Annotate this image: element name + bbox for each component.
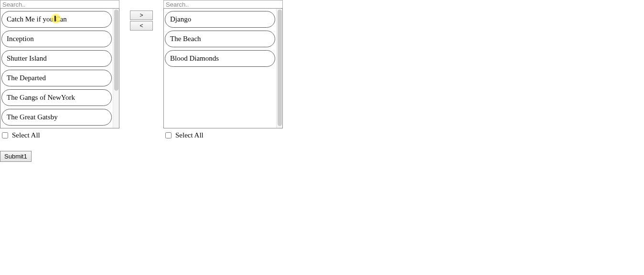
right-list: Django The Beach Blood Diamonds bbox=[164, 9, 276, 128]
list-item[interactable]: Blood Diamonds bbox=[165, 50, 275, 67]
right-scrollbar-thumb[interactable] bbox=[278, 10, 282, 126]
right-panel: Django The Beach Blood Diamonds Select A… bbox=[163, 0, 283, 142]
list-item[interactable]: The Beach bbox=[165, 31, 275, 47]
list-item[interactable]: The Departed bbox=[1, 70, 112, 86]
list-item-label: The Gangs of NewYork bbox=[7, 94, 75, 101]
right-select-all-label: Select All bbox=[175, 131, 204, 139]
right-search-input[interactable] bbox=[163, 0, 283, 9]
left-select-all-row: Select All bbox=[0, 128, 119, 142]
list-item[interactable]: The Gangs of NewYork bbox=[1, 89, 112, 106]
submit-button[interactable]: Submit1 bbox=[0, 151, 32, 162]
right-select-all-row: Select All bbox=[163, 128, 283, 142]
list-item[interactable]: Catch Me if you Can I bbox=[1, 11, 112, 28]
left-list-wrapper: Catch Me if you Can I Inception Shutter … bbox=[0, 8, 119, 128]
right-select-all-checkbox[interactable] bbox=[165, 132, 172, 138]
list-item-label: Blood Diamonds bbox=[170, 54, 219, 62]
left-list: Catch Me if you Can I Inception Shutter … bbox=[0, 9, 113, 128]
list-item-label: Django bbox=[170, 15, 191, 23]
right-list-wrapper: Django The Beach Blood Diamonds bbox=[163, 8, 283, 128]
list-item-label: The Beach bbox=[170, 35, 201, 42]
transfer-buttons: > < bbox=[130, 11, 153, 31]
left-scrollbar-thumb[interactable] bbox=[114, 10, 118, 91]
left-search-input[interactable] bbox=[0, 0, 119, 9]
left-select-all-checkbox[interactable] bbox=[2, 132, 8, 138]
right-scrollbar[interactable] bbox=[276, 9, 282, 128]
list-item[interactable]: Shutter Island bbox=[1, 50, 112, 67]
list-item-label: Shutter Island bbox=[7, 54, 47, 62]
list-item-label: The Great Gatsby bbox=[7, 113, 58, 121]
left-scrollbar[interactable] bbox=[113, 9, 119, 128]
list-item[interactable]: The Great Gatsby bbox=[1, 109, 112, 126]
list-item-label: Catch Me if you Can bbox=[7, 15, 67, 23]
list-item[interactable]: Inception bbox=[1, 31, 112, 47]
move-right-button[interactable]: > bbox=[130, 11, 153, 20]
list-item-label: Inception bbox=[7, 35, 34, 42]
list-item-label: The Departed bbox=[7, 74, 46, 82]
left-select-all-label: Select All bbox=[12, 131, 40, 139]
list-item[interactable]: Django bbox=[165, 11, 275, 28]
move-left-button[interactable]: < bbox=[130, 21, 153, 31]
left-panel: Catch Me if you Can I Inception Shutter … bbox=[0, 0, 119, 162]
